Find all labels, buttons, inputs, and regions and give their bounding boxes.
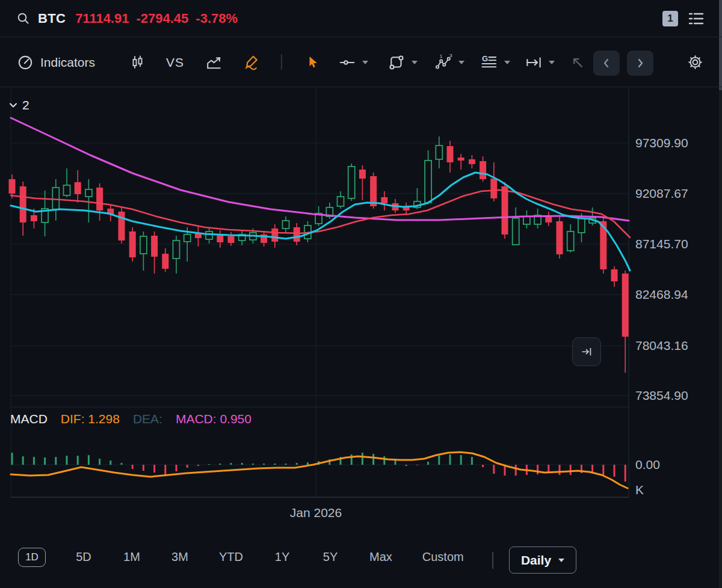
macd-histogram-bar (362, 453, 363, 465)
shape-dropdown-caret[interactable] (412, 61, 418, 64)
trendline-dropdown-caret[interactable] (362, 61, 368, 64)
candle-body-down (31, 215, 37, 221)
pan-left-button[interactable] (593, 51, 620, 76)
trendline-tool-button[interactable] (338, 37, 368, 87)
range-buttons: 1D5D1M3MYTD1Y5YMaxCustom (18, 546, 465, 568)
candle-body-up (283, 221, 289, 228)
interval-caret-icon (558, 559, 564, 562)
range-custom-button[interactable]: Custom (421, 546, 465, 568)
candle-body-down (370, 176, 377, 206)
overlay-chart-button[interactable] (205, 37, 223, 87)
macd-histogram-bar (187, 465, 188, 468)
text-annotation-icon: G (480, 53, 498, 72)
macd-dif-orange-line (11, 452, 628, 488)
chart-style-button[interactable] (129, 37, 146, 87)
interval-select[interactable]: Daily (509, 547, 576, 574)
range-5y-button[interactable]: 5Y (320, 546, 341, 568)
macd-histogram-bar (197, 465, 199, 466)
toolbar-divider (281, 54, 282, 70)
interval-label: Daily (521, 553, 551, 568)
indicators-label: Indicators (40, 55, 95, 70)
range-1y-button[interactable]: 1Y (272, 546, 292, 568)
arrow-to-bar-icon (580, 345, 593, 358)
macd-histogram-bar (176, 465, 177, 471)
candle-body-up (578, 218, 585, 233)
compare-button[interactable]: VS (166, 37, 184, 87)
bottom-divider (492, 552, 493, 569)
candle-body-down (557, 221, 563, 254)
macd-histogram-bar (570, 465, 572, 475)
price-chart[interactable]: 97309.9092087.6787145.7082468.9478043.16… (0, 0, 722, 588)
last-price: 71114.91 (75, 11, 129, 26)
macd-histogram-bar (66, 456, 68, 465)
indicators-button[interactable]: Indicators (17, 37, 95, 87)
range-1d-button[interactable]: 1D (18, 548, 46, 567)
candle-body-down (480, 161, 486, 179)
macd-histogram-bar (383, 456, 385, 465)
candle-body-down (622, 274, 629, 337)
watchlist-icon[interactable] (687, 11, 705, 26)
cursor-tool-button[interactable] (304, 37, 320, 87)
range-ytd-button[interactable]: YTD (218, 546, 244, 568)
candle-body-down (9, 179, 16, 194)
chevron-left-icon (601, 58, 612, 69)
macd-histogram-bar (164, 465, 166, 476)
macd-histogram-bar (602, 465, 604, 475)
symbol-label[interactable]: BTC (38, 11, 66, 26)
settings-button[interactable] (687, 37, 704, 87)
top-bar: BTC 71114.91 -2794.45 -3.78% 1 (0, 0, 722, 37)
measure-tool-button[interactable] (525, 37, 555, 87)
pattern-tool-button[interactable]: 1 3 (434, 37, 464, 87)
candle-body-down (502, 186, 508, 234)
candle-body-down (545, 216, 552, 222)
candle-body-up (338, 197, 344, 206)
macd-histogram-bar (208, 464, 210, 465)
candle-body-down (359, 170, 366, 179)
macd-histogram-bar (110, 461, 111, 465)
macd-histogram-bar (263, 464, 265, 465)
arrow-up-left-icon (569, 54, 586, 71)
gauge-icon (17, 54, 34, 71)
indicator-count: 2 (22, 98, 29, 112)
candlestick-icon (129, 54, 146, 70)
jump-to-latest-button[interactable] (572, 337, 601, 366)
macd-histogram-bar (99, 459, 100, 465)
range-3m-button[interactable]: 3M (170, 546, 190, 568)
macd-title: MACD (10, 412, 48, 426)
trendline-icon (338, 54, 356, 72)
pattern-icon: 1 3 (434, 54, 452, 72)
range-5d-button[interactable]: 5D (73, 546, 94, 568)
macd-legend[interactable]: MACD DIF: 1.298 DEA: MACD: 0.950 (10, 412, 251, 426)
cursor-icon (304, 54, 320, 70)
candle-body-down (469, 159, 475, 164)
candle-body-up (523, 216, 530, 224)
undo-arrow-button[interactable] (569, 37, 586, 87)
svg-text:3: 3 (449, 54, 452, 58)
search-icon[interactable] (16, 11, 31, 26)
macd-histogram-bar (230, 463, 232, 465)
pan-right-button[interactable] (627, 51, 653, 76)
macd-histogram-bar (285, 464, 287, 465)
range-max-button[interactable]: Max (368, 546, 393, 568)
macd-axis-tick: K (635, 483, 644, 497)
tab-count-badge[interactable]: 1 (662, 11, 678, 26)
macd-histogram-bar (55, 457, 57, 465)
measure-dropdown-caret[interactable] (549, 61, 555, 64)
candle-body-down (20, 186, 26, 222)
annotation-tool-button[interactable]: G (480, 37, 510, 87)
range-1m-button[interactable]: 1M (122, 546, 142, 568)
candle-body-up (52, 188, 59, 209)
macd-dif-value: DIF: 1.298 (61, 412, 120, 426)
draw-pen-button[interactable] (243, 37, 261, 87)
candle-body-down (458, 158, 464, 161)
macd-histogram-bar (22, 456, 24, 465)
annotation-dropdown-caret[interactable] (504, 61, 510, 64)
candle-body-up (140, 236, 147, 254)
candle-body-up (348, 167, 355, 198)
macd-histogram-bar (625, 465, 626, 482)
pattern-dropdown-caret[interactable] (458, 61, 464, 64)
shape-tool-button[interactable] (387, 37, 418, 87)
macd-histogram-bar (307, 462, 309, 465)
macd-histogram-bar (44, 458, 46, 465)
indicator-pane-toggle[interactable]: 2 (8, 98, 29, 112)
